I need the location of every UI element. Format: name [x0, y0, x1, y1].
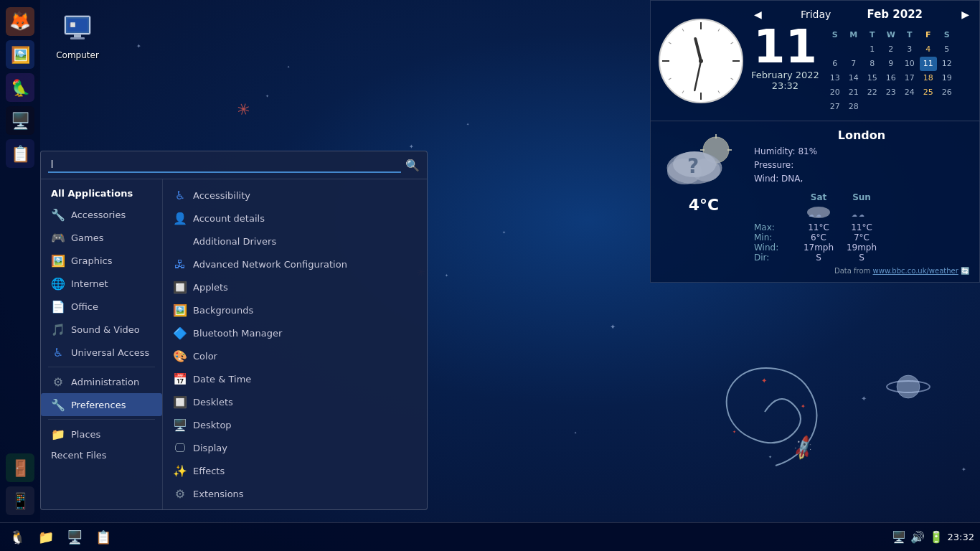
- account-details-item[interactable]: 👤 Account details: [163, 207, 427, 230]
- effects-icon: ✨: [173, 463, 187, 478]
- applets-icon: 🔲: [173, 280, 187, 294]
- extensions-icon: ⚙️: [173, 486, 187, 501]
- color-icon: 🎨: [173, 349, 187, 363]
- search-button[interactable]: 🔍: [405, 159, 420, 172]
- accessibility-icon: ♿: [173, 188, 187, 202]
- accessibility-item[interactable]: ♿ Accessibility: [163, 184, 427, 207]
- taskbar-text-editor-button[interactable]: 📋: [90, 526, 116, 549]
- recent-files-item[interactable]: Recent Files: [41, 446, 162, 465]
- internet-item[interactable]: 🌐 Internet: [41, 272, 162, 295]
- cal-today[interactable]: 11: [920, 57, 937, 71]
- firefox-button[interactable]: 🦊: [6, 7, 34, 36]
- advanced-network-item[interactable]: 🖧 Advanced Network Configuration: [163, 253, 427, 276]
- svg-text:✦: ✦: [768, 454, 772, 459]
- display-item[interactable]: 🖵 Display: [163, 436, 427, 459]
- places-item[interactable]: 📁 Places: [41, 423, 162, 446]
- cal-hdr-s2: S: [938, 28, 956, 42]
- internet-icon: 🌐: [51, 276, 65, 291]
- cal-hdr-f: F: [920, 28, 937, 42]
- wind: Wind: DNA,: [754, 172, 969, 186]
- accessories-item[interactable]: 🔧 Accessories: [41, 203, 162, 226]
- menu-divider-2: [48, 419, 155, 420]
- additional-drivers-item[interactable]: Additional Drivers: [163, 230, 427, 253]
- cal-hdr-s1: S: [826, 28, 844, 42]
- sound-video-icon: 🎵: [51, 322, 65, 336]
- menu-left: All Applications 🔧 Accessories 🎮 Games 🖼…: [41, 179, 163, 509]
- pidgin-button[interactable]: 🦜: [6, 73, 34, 102]
- administration-label: Administration: [71, 377, 139, 387]
- search-input[interactable]: [48, 157, 401, 173]
- backgrounds-item[interactable]: 🖼️ Backgrounds: [163, 298, 427, 321]
- file-manager-settings-item[interactable]: 📁 File Manager Settings: [163, 505, 427, 509]
- applets-item[interactable]: 🔲 Applets: [163, 276, 427, 298]
- applets-label: Applets: [193, 282, 228, 293]
- logout-button[interactable]: 🚪: [6, 453, 34, 482]
- weather-temp: 4°C: [689, 196, 719, 214]
- taskbar-start-button[interactable]: 🐧: [4, 526, 30, 549]
- effects-item[interactable]: ✨ Effects: [163, 459, 427, 482]
- files-launcher-button[interactable]: 📋: [6, 139, 34, 168]
- administration-item[interactable]: ⚙️ Administration: [41, 370, 162, 393]
- desklets-item[interactable]: 🔲 Desklets: [163, 390, 427, 413]
- games-item[interactable]: 🎮 Games: [41, 226, 162, 249]
- bluetooth-manager-item[interactable]: 🔷 Bluetooth Manager: [163, 321, 427, 344]
- phone-button[interactable]: 📱: [6, 486, 34, 515]
- weather-city: London: [754, 128, 969, 142]
- svg-point-5: [897, 375, 920, 398]
- additional-drivers-label: Additional Drivers: [193, 236, 276, 247]
- additional-drivers-icon: [173, 234, 187, 248]
- office-icon: 📄: [51, 299, 65, 314]
- svg-text:✦: ✦: [732, 429, 736, 434]
- all-applications-item[interactable]: All Applications: [41, 184, 162, 203]
- terminal-icon: 🖥️: [11, 112, 30, 130]
- backgrounds-label: Backgrounds: [193, 305, 253, 316]
- volume-tray-icon[interactable]: 🔊: [910, 530, 925, 544]
- weather-source-link[interactable]: www.bbc.co.uk/weather: [873, 267, 958, 275]
- date-time-item[interactable]: 📅 Date & Time: [163, 367, 427, 390]
- universal-access-item[interactable]: ♿ Universal Access: [41, 341, 162, 364]
- svg-text:⬜: ⬜: [70, 22, 76, 28]
- files-taskbar-icon: 📁: [38, 529, 54, 545]
- office-item[interactable]: 📄 Office: [41, 295, 162, 318]
- calendar-grid: S M T W T F S 1 2 3 4: [826, 28, 956, 114]
- deco-star-sm1: ✦: [287, 65, 290, 69]
- start-icon: 🐧: [9, 529, 25, 545]
- sound-video-item[interactable]: 🎵 Sound & Video: [41, 318, 162, 341]
- svg-text:☁: ☁: [852, 212, 857, 218]
- cal-next-btn[interactable]: ▶: [958, 9, 972, 20]
- advanced-network-label: Advanced Network Configuration: [193, 259, 347, 270]
- weather-info: London Humidity: 81% Pressure: Wind: DNA…: [754, 128, 969, 263]
- graphics-icon: 🖼️: [51, 253, 65, 268]
- svg-point-29: [699, 59, 703, 63]
- all-apps-label: All Applications: [51, 188, 133, 199]
- cal-hdr-w: W: [882, 28, 900, 42]
- color-item[interactable]: 🎨 Color: [163, 344, 427, 367]
- extensions-item[interactable]: ⚙️ Extensions: [163, 482, 427, 505]
- taskbar-terminal-button[interactable]: 🖥️: [62, 526, 88, 549]
- cal-hdr-m: M: [845, 28, 862, 42]
- weather-refresh-btn[interactable]: 🔄: [961, 267, 969, 275]
- cal-row-1: 1 2 3 4 5: [826, 42, 956, 57]
- battery-tray-icon[interactable]: 🔋: [929, 530, 943, 544]
- universal-access-label: Universal Access: [71, 347, 149, 358]
- month-year: Feb 2022: [867, 8, 923, 21]
- universal-access-icon: ♿: [51, 345, 65, 359]
- display-tray-icon[interactable]: 🖥️: [892, 530, 906, 544]
- svg-text:✦: ✦: [801, 403, 806, 410]
- forecast-dir-row: Dir: S S: [754, 253, 883, 263]
- terminal-launcher-button[interactable]: 🖥️: [6, 106, 34, 135]
- computer-desktop-icon[interactable]: ⬜ Computer: [49, 13, 106, 60]
- graphics-item[interactable]: 🖼️ Graphics: [41, 249, 162, 272]
- preferences-item[interactable]: 🔧 Preferences: [41, 393, 162, 416]
- desktop-item[interactable]: 🖥️ Desktop: [163, 413, 427, 436]
- pidgin-icon: 🦜: [11, 79, 30, 97]
- bluetooth-manager-icon: 🔷: [173, 326, 187, 340]
- humidity: Humidity: 81%: [754, 145, 969, 159]
- accessibility-label: Accessibility: [193, 190, 250, 201]
- taskbar-files-button[interactable]: 📁: [33, 526, 59, 549]
- svg-rect-13: [70, 37, 85, 39]
- big-date: 11: [751, 24, 819, 70]
- clock-info: ◀ Friday Feb 2022 ▶ 11 February 2022 23:…: [751, 8, 972, 114]
- image-viewer-button[interactable]: 🖼️: [6, 40, 34, 69]
- cal-prev-btn[interactable]: ◀: [751, 9, 765, 20]
